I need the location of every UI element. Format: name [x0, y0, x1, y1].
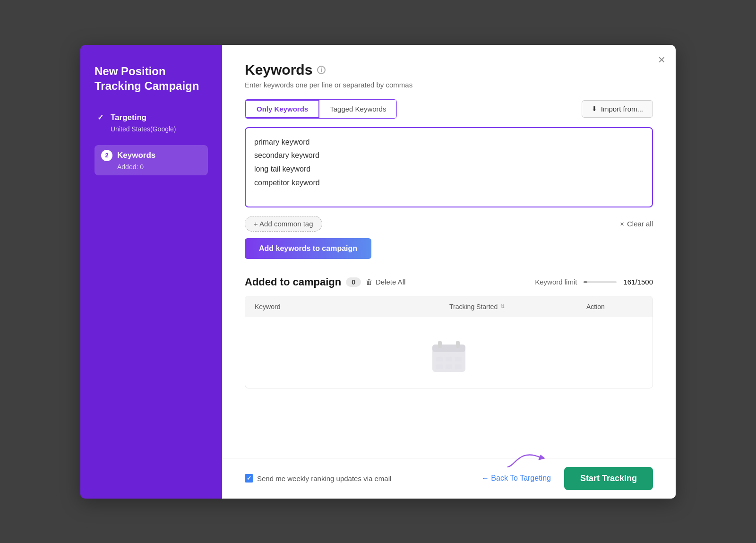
footer-right: ← Back To Targeting Start Tracking [481, 467, 653, 490]
main-content: × Keywords i Enter keywords one per line… [222, 45, 676, 499]
weekly-updates-label: Send me weekly ranking updates via email [257, 474, 391, 483]
clear-x-icon: × [620, 220, 624, 228]
added-title: Added to campaign [245, 276, 341, 288]
back-to-targeting-button[interactable]: ← Back To Targeting [481, 474, 551, 483]
weekly-updates-checkbox[interactable] [245, 474, 253, 483]
step-targeting-row: ✓ Targeting [94, 112, 208, 123]
keyword-limit-label: Keyword limit [535, 278, 577, 286]
added-section-header: Added to campaign 0 🗑 Delete All Keyword… [245, 276, 653, 288]
keyword-textarea[interactable]: primary keyword secondary keyword long t… [254, 136, 644, 197]
tabs-container: Only Keywords Tagged Keywords [245, 99, 397, 119]
import-button[interactable]: ⬇ Import from... [582, 100, 653, 118]
sort-icon[interactable]: ⇅ [500, 303, 505, 310]
keywords-table: Keyword Tracking Started ⇅ Action [245, 296, 653, 388]
keyword-limit-value: 161/1500 [623, 278, 653, 286]
svg-rect-6 [455, 357, 462, 362]
trash-icon: 🗑 [366, 278, 373, 286]
footer-left: Send me weekly ranking updates via email [245, 474, 391, 483]
step-keywords-row: 2 Keywords [101, 150, 201, 161]
svg-rect-8 [446, 364, 452, 369]
delete-all-label: Delete All [376, 278, 405, 286]
clear-all-label: Clear all [627, 220, 653, 228]
col-header-keyword: Keyword [255, 303, 445, 310]
delete-all-button[interactable]: 🗑 Delete All [366, 278, 405, 286]
step-keywords-sublabel: Added: 0 [117, 163, 201, 171]
svg-rect-5 [446, 357, 452, 362]
step-targeting-sublabel: United States(Google) [111, 125, 208, 133]
content-area: Keywords i Enter keywords one per line o… [222, 45, 676, 458]
import-download-icon: ⬇ [592, 105, 597, 112]
sidebar: New Position Tracking Campaign ✓ Targeti… [80, 45, 222, 499]
subtitle: Enter keywords one per line or separated… [245, 81, 653, 89]
page-title: Keywords i [245, 62, 653, 78]
svg-rect-7 [436, 364, 443, 369]
svg-rect-2 [438, 341, 442, 348]
keyword-limit-row: Keyword limit 161/1500 [535, 278, 653, 286]
keyword-input-wrapper: primary keyword secondary keyword long t… [245, 127, 653, 207]
clear-all-button[interactable]: × Clear all [620, 220, 653, 228]
start-tracking-button[interactable]: Start Tracking [564, 467, 653, 490]
footer: Send me weekly ranking updates via email… [222, 458, 676, 499]
col-action-label: Action [586, 303, 605, 310]
step-targeting-check-icon: ✓ [94, 112, 106, 123]
add-tag-button[interactable]: + Add common tag [245, 216, 322, 232]
info-icon[interactable]: i [317, 66, 326, 74]
sidebar-title: New Position Tracking Campaign [94, 64, 208, 93]
step-targeting-label: Targeting [111, 113, 146, 122]
svg-rect-1 [432, 345, 465, 352]
col-keyword-label: Keyword [255, 303, 280, 310]
keyword-limit-bar [584, 281, 617, 283]
step-keywords-label: Keywords [117, 151, 155, 160]
add-keywords-button[interactable]: Add keywords to campaign [245, 238, 371, 259]
tab-tagged-keywords[interactable]: Tagged Keywords [319, 100, 396, 118]
table-header: Keyword Tracking Started ⇅ Action [245, 296, 653, 317]
empty-illustration [428, 336, 470, 379]
col-tracking-label: Tracking Started [449, 303, 498, 310]
col-header-tracking-started: Tracking Started ⇅ [449, 303, 582, 310]
sidebar-step-keywords: 2 Keywords Added: 0 [94, 145, 208, 175]
modal: New Position Tracking Campaign ✓ Targeti… [80, 45, 676, 499]
close-button[interactable]: × [658, 53, 665, 66]
added-title-row: Added to campaign 0 🗑 Delete All [245, 276, 405, 288]
modal-overlay: New Position Tracking Campaign ✓ Targeti… [0, 0, 756, 543]
keyword-limit-bar-fill [584, 281, 587, 283]
tag-clear-row: + Add common tag × Clear all [245, 216, 653, 232]
svg-rect-4 [436, 357, 443, 362]
tabs-row: Only Keywords Tagged Keywords ⬇ Import f… [245, 99, 653, 119]
table-empty-state [245, 317, 653, 388]
sidebar-step-targeting: ✓ Targeting United States(Google) [94, 112, 208, 133]
step-keywords-number: 2 [101, 150, 112, 161]
col-header-action: Action [586, 303, 643, 310]
added-count-badge: 0 [346, 277, 361, 287]
tab-only-keywords[interactable]: Only Keywords [245, 100, 319, 118]
import-button-label: Import from... [601, 105, 643, 113]
svg-rect-3 [456, 341, 460, 348]
page-title-text: Keywords [245, 62, 312, 78]
svg-rect-9 [455, 364, 462, 369]
